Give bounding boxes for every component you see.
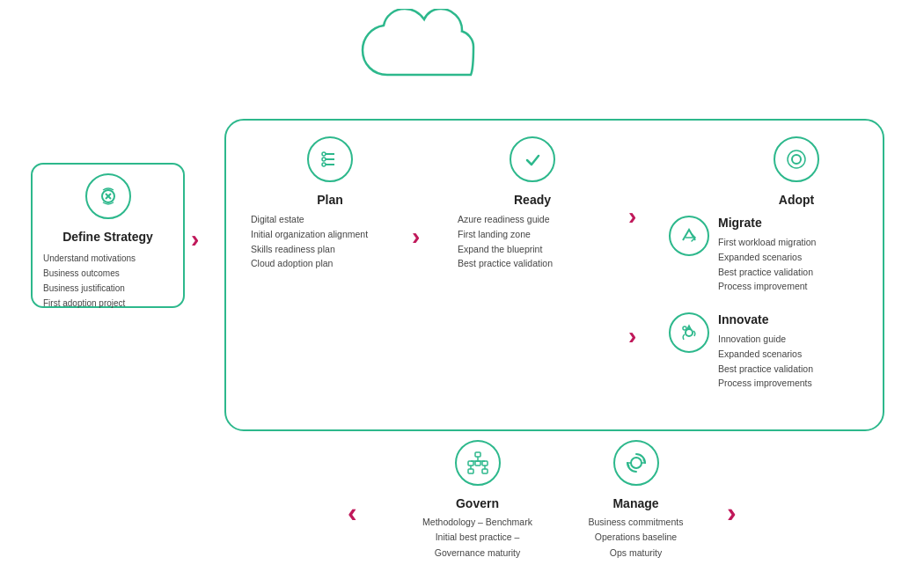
list-item: Expanded scenarios (718, 250, 816, 265)
arrow-plan-to-ready: › (412, 224, 420, 249)
define-strategy-items: Understand motivations Business outcomes… (43, 251, 172, 311)
list-item: First workload migration (718, 235, 816, 250)
define-strategy-title: Define Strategy (43, 230, 172, 244)
adopt-title: Adopt (704, 193, 889, 207)
cloud-icon (343, 9, 502, 97)
list-item: Process improvement (718, 279, 816, 294)
list-item: Best practice validation (458, 256, 616, 271)
govern-section: Govern Methodology – Benchmark Initial b… (400, 440, 554, 561)
arrow-bottom-right: › (727, 498, 737, 526)
svg-rect-17 (475, 461, 480, 466)
svg-rect-13 (475, 452, 480, 457)
list-item: Ops maturity (563, 546, 708, 561)
arrow-ready-to-adopt-upper: › (628, 204, 636, 229)
list-item: First adoption project (43, 296, 172, 311)
list-item: Cloud adoption plan (251, 256, 409, 271)
manage-section: Manage Business commitments Operations b… (563, 440, 708, 561)
arrow-bottom-left: ‹ (348, 498, 357, 526)
define-strategy-box: Define Strategy Understand motivations B… (31, 163, 185, 308)
adopt-icon (774, 136, 819, 182)
adopt-section: Adopt (704, 136, 889, 212)
govern-title: Govern (400, 496, 554, 510)
list-item: Business justification (43, 281, 172, 296)
list-item: Governance maturity (400, 546, 554, 561)
plan-title: Plan (251, 193, 409, 207)
svg-point-8 (322, 163, 326, 166)
manage-icon (613, 440, 659, 486)
svg-rect-18 (482, 461, 488, 466)
innovate-icon (669, 312, 709, 353)
manage-title: Manage (563, 496, 708, 510)
svg-point-4 (322, 152, 326, 156)
arrow-ready-to-adopt-lower: › (628, 324, 636, 348)
ready-icon (510, 136, 555, 182)
list-item: Initial best practice – (400, 530, 554, 545)
ready-title: Ready (449, 193, 616, 207)
list-item: Methodology – Benchmark (400, 515, 554, 530)
svg-point-6 (322, 158, 326, 161)
govern-icon (455, 440, 501, 486)
list-item: Skills readiness plan (251, 242, 409, 257)
list-item: Process improvements (718, 376, 813, 391)
list-item: Business outcomes (43, 266, 172, 281)
list-item: Expand the blueprint (458, 242, 616, 257)
list-item: Best practice validation (718, 265, 816, 280)
migrate-title: Migrate (718, 216, 816, 230)
list-item: Expanded scenarios (718, 347, 813, 362)
svg-rect-22 (482, 469, 488, 473)
list-item: Initial organization alignment (251, 227, 409, 242)
svg-rect-16 (468, 461, 473, 466)
innovate-title: Innovate (718, 312, 813, 326)
list-item: Innovation guide (718, 332, 813, 347)
svg-rect-21 (468, 469, 473, 473)
svg-point-12 (683, 326, 686, 330)
plan-icon (307, 136, 353, 182)
plan-section: Plan Digital estate Initial organization… (251, 136, 409, 271)
svg-point-9 (792, 155, 801, 164)
list-item: First landing zone (458, 227, 616, 242)
list-item: Azure readiness guide (458, 212, 616, 227)
innovate-section: Innovate Innovation guide Expanded scena… (669, 312, 813, 391)
svg-point-10 (788, 150, 805, 168)
define-strategy-icon (85, 173, 131, 219)
list-item: Business commitments (563, 515, 708, 530)
list-item: Best practice validation (718, 362, 813, 377)
list-item: Digital estate (251, 212, 409, 227)
diagram-container: Define Strategy Understand motivations B… (0, 0, 924, 572)
ready-section: Ready Azure readiness guide First landin… (449, 136, 616, 271)
migrate-icon (669, 216, 709, 256)
list-item: Understand motivations (43, 251, 172, 266)
svg-point-23 (631, 458, 642, 468)
arrow-define-to-plan: › (191, 227, 199, 252)
migrate-section: Migrate First workload migration Expande… (669, 216, 816, 294)
list-item: Operations baseline (563, 530, 708, 545)
